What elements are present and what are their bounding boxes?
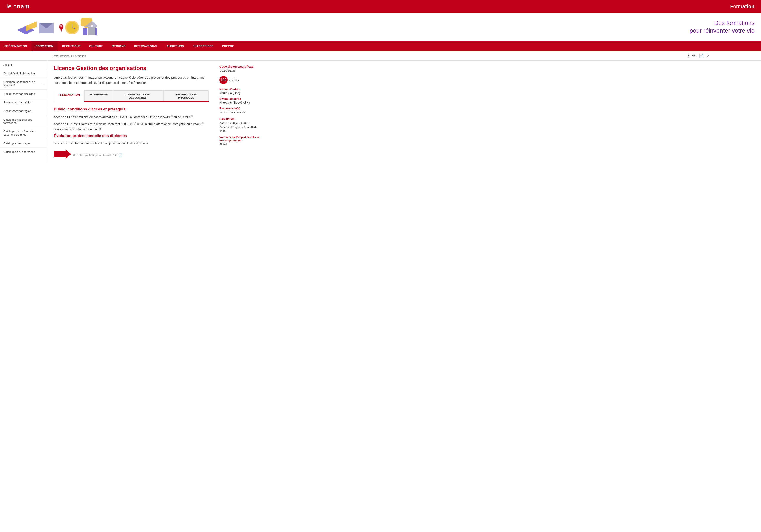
banner-graphics xyxy=(6,15,455,39)
section1-text1: Accès en L1 : être titulaire du baccalau… xyxy=(54,114,208,120)
breadcrumb: Portail national > Formation xyxy=(52,54,86,58)
tab-programme[interactable]: PROGRAMME xyxy=(84,90,112,101)
banner-tagline-line1: Des formations xyxy=(690,19,755,27)
banner-tagline-line2: pour réinventer votre vie xyxy=(690,27,755,34)
diploma-code-label: Code diplôme/certificat: xyxy=(219,65,263,68)
tab-presentation[interactable]: PRÉSENTATION xyxy=(54,91,84,102)
svg-point-15 xyxy=(90,25,93,27)
nav-item-presse[interactable]: PRESSE xyxy=(218,41,238,51)
page-description: Une qualification des manager polyvalent… xyxy=(54,75,208,85)
nav-item-presentation[interactable]: PRÉSENTATION xyxy=(0,41,31,51)
svg-rect-16 xyxy=(83,28,87,35)
credits-text: crédits xyxy=(229,78,239,82)
share-icon[interactable]: ↗ xyxy=(706,54,709,58)
responsible-label: Responsable(s) xyxy=(219,107,263,110)
entry-level-label: Niveau d'entrée xyxy=(219,87,263,91)
habilitation-label: Habilitation xyxy=(219,117,263,121)
print-icon[interactable]: 🖨 xyxy=(686,54,690,58)
sidebar-item-catalogue-alternance[interactable]: Catalogue de l'alternance xyxy=(0,148,47,156)
exit-level-value: Niveau 6 (Bac+3 et 4) xyxy=(219,101,263,104)
tab-informations[interactable]: INFORMATIONS PRATIQUES xyxy=(163,90,208,101)
sidebar-item-catalogue-national[interactable]: Catalogue national des formations xyxy=(0,115,47,127)
page-title: Licence Gestion des organisations xyxy=(54,65,208,72)
section2-title: Évolution professionnelle des diplômés xyxy=(54,134,208,138)
sidebar-item-catalogue-stages[interactable]: Catalogue des stages xyxy=(0,139,47,148)
breadcrumb-root[interactable]: Portail national xyxy=(52,54,70,58)
breadcrumb-actions: 🖨 👁 📄 ↗ xyxy=(686,54,709,58)
nav-item-formation[interactable]: FORMATION xyxy=(31,41,58,51)
banner: Des formations pour réinventer votre vie xyxy=(0,13,761,41)
sidebar-item-actualites[interactable]: Actualités de la formation xyxy=(0,69,47,78)
svg-rect-13 xyxy=(88,27,96,35)
sidebar-item-accueil[interactable]: Accueil xyxy=(0,61,47,69)
rncp-link[interactable]: Voir la fiche Rncp et les blocs de compé… xyxy=(219,135,263,142)
pdf-file-icon: 📄 xyxy=(119,153,122,157)
pdf-dot-icon xyxy=(73,154,75,156)
entry-level-value: Niveau 4 (Bac) xyxy=(219,91,263,95)
nav-item-international[interactable]: INTERNATIONAL xyxy=(130,41,162,51)
main-content: Licence Gestion des organisations Une qu… xyxy=(47,61,215,163)
nav-item-regions[interactable]: RÉGIONS xyxy=(107,41,130,51)
banner-illustration xyxy=(6,15,97,39)
credits-badge: 180 xyxy=(219,76,228,84)
sidebar-item-rechercher-metier[interactable]: Rechercher par métier xyxy=(0,98,47,107)
tab-competences[interactable]: COMPÉTENCES ET DÉBOUCHÉS xyxy=(112,90,163,101)
section2-text: Les dernières informations sur l'évoluti… xyxy=(54,141,208,146)
nav-item-auditeurs[interactable]: AUDITEURS xyxy=(162,41,188,51)
pdf-link[interactable]: Fiche synthétique au format PDF 📄 xyxy=(73,153,122,157)
rncp-number: 35924 xyxy=(219,142,263,145)
sidebar-item-rechercher-region[interactable]: Rechercher par région xyxy=(0,107,47,115)
breadcrumb-bar: Portail national > Formation 🖨 👁 📄 ↗ xyxy=(0,51,761,61)
nav-item-entreprises[interactable]: ENTREPRISES xyxy=(188,41,218,51)
left-sidebar: Accueil Actualités de la formation Comme… xyxy=(0,61,47,163)
diploma-code-value: LG03601A xyxy=(219,69,263,73)
site-header: le cnam Formation xyxy=(0,0,761,13)
main-nav: PRÉSENTATION FORMATION RECHERCHE CULTURE… xyxy=(0,41,761,51)
section1-text2: Accès en L3 : les titulaires d'un diplôm… xyxy=(54,121,208,132)
banner-tagline: Des formations pour réinventer votre vie xyxy=(690,19,755,35)
logo-nam: nam xyxy=(17,3,30,10)
right-sidebar: Code diplôme/certificat: LG03601A 180 cr… xyxy=(215,61,267,163)
site-logo[interactable]: le cnam xyxy=(6,3,30,10)
exit-level-label: Niveau de sortie xyxy=(219,97,263,100)
svg-rect-17 xyxy=(95,28,97,35)
content-tabs: PRÉSENTATION PROGRAMME COMPÉTENCES ET DÉ… xyxy=(54,90,208,102)
sidebar-item-comment-se-former[interactable]: Comment se former et se financer? xyxy=(0,78,47,90)
nav-item-culture[interactable]: CULTURE xyxy=(85,41,107,51)
red-arrow-icon xyxy=(54,149,71,159)
responsible-value: Alexis POKROVSKY xyxy=(219,111,263,115)
pdf-icon[interactable]: 📄 xyxy=(699,54,704,58)
header-section-label: Formation xyxy=(730,3,755,10)
main-container: Accueil Actualités de la formation Comme… xyxy=(0,61,761,163)
pdf-section: Fiche synthétique au format PDF 📄 xyxy=(54,149,208,159)
nav-item-recherche[interactable]: RECHERCHE xyxy=(58,41,85,51)
credits-row: 180 crédits xyxy=(219,76,263,84)
eye-icon[interactable]: 👁 xyxy=(692,54,696,58)
svg-marker-18 xyxy=(54,149,71,159)
sidebar-item-rechercher-discipline[interactable]: Rechercher par discipline xyxy=(0,90,47,98)
sidebar-item-catalogue-foad[interactable]: Catalogue de la formation ouverte à dist… xyxy=(0,127,47,139)
svg-marker-6 xyxy=(60,28,62,32)
habilitation-text: Arrêté du 08 juillet 2021. Accréditation… xyxy=(219,121,263,134)
breadcrumb-separator: > xyxy=(71,54,73,58)
breadcrumb-current: Formation xyxy=(73,54,86,58)
svg-point-5 xyxy=(60,25,62,27)
section1-title: Public, conditions d'accès et prérequis xyxy=(54,107,208,112)
